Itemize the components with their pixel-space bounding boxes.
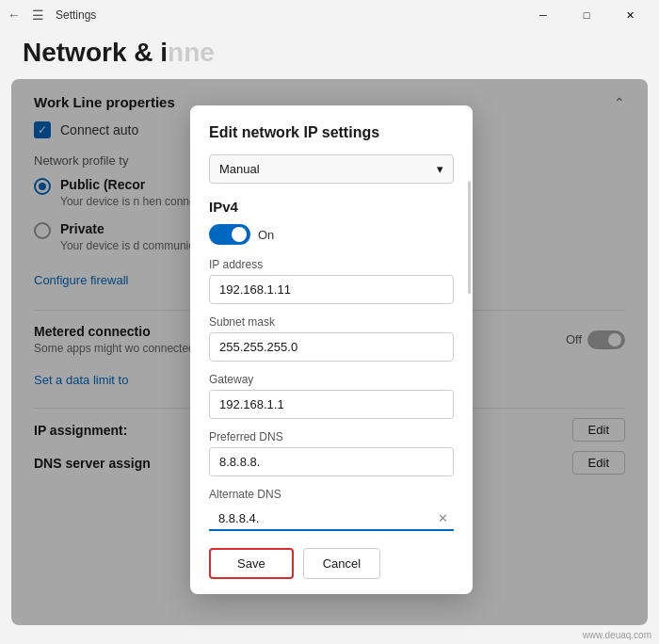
gateway-label: Gateway [209,373,454,386]
title-bar: ← ☰ Settings ─ □ ✕ [0,0,659,30]
ipv4-header: IPv4 [209,199,454,215]
ipv4-toggle-thumb [232,227,247,242]
dropdown-value: Manual [219,162,260,176]
ipv4-toggle-row[interactable]: On [209,224,454,245]
save-button[interactable]: Save [209,548,294,579]
dialog-title: Edit network IP settings [209,124,454,141]
hamburger-icon[interactable]: ☰ [32,8,44,23]
alternate-dns-input[interactable] [218,511,428,525]
title-bar-controls: ─ □ ✕ [522,0,651,30]
maximize-button[interactable]: □ [565,0,608,30]
subnet-field-group: Subnet mask [209,315,454,362]
ip-address-input[interactable] [209,275,454,304]
cancel-button[interactable]: Cancel [303,548,380,579]
main-content: Work Line properties ⌃ ✓ Connect auto Ne… [11,79,648,625]
gateway-input[interactable] [209,390,454,419]
subnet-input[interactable] [209,332,454,362]
dialog-scrollbar[interactable] [468,181,471,294]
ip-address-label: IP address [209,258,454,271]
back-icon[interactable]: ← [8,8,21,23]
ipv4-title: IPv4 [209,199,238,215]
ipv4-toggle-label: On [258,228,274,242]
title-bar-title: Settings [56,8,96,22]
clear-alternate-dns-icon[interactable]: ✕ [432,511,454,525]
gateway-field-group: Gateway [209,373,454,419]
dialog-buttons: Save Cancel [209,548,454,579]
alternate-dns-label: Alternate DNS [209,488,454,501]
alternate-dns-field-group: Alternate DNS ✕ [209,488,454,531]
close-button[interactable]: ✕ [608,0,651,30]
preferred-dns-field-group: Preferred DNS [209,430,454,476]
ip-address-field-group: IP address [209,258,454,304]
ip-type-dropdown[interactable]: Manual ▾ [209,154,454,184]
preferred-dns-input[interactable] [209,447,454,476]
dropdown-arrow-icon: ▾ [437,162,443,176]
page-title-bar: Network & inne [0,30,659,79]
watermark: www.deuaq.com [583,630,651,640]
ip-type-dropdown-row: Manual ▾ [209,154,454,184]
subnet-label: Subnet mask [209,315,454,329]
preferred-dns-label: Preferred DNS [209,430,454,443]
page-title: Network & inne [23,38,636,68]
ipv4-toggle-track[interactable] [209,224,250,245]
alternate-dns-input-wrap: ✕ [209,505,454,531]
edit-network-dialog: Edit network IP settings Manual ▾ IPv4 O… [190,105,473,594]
minimize-button[interactable]: ─ [522,0,565,30]
title-bar-left: ← ☰ Settings [8,8,96,23]
